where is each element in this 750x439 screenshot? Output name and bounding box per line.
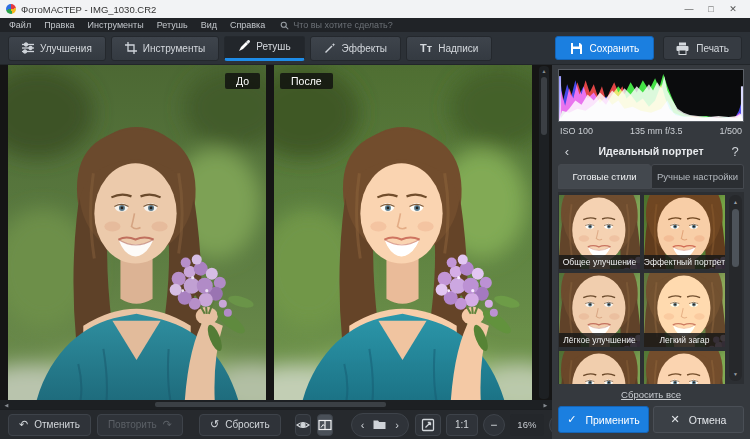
horizontal-scroll-track[interactable]: [13, 402, 539, 407]
preset-scrollbar[interactable]: ▲ ▼: [729, 195, 742, 381]
scroll-up-icon[interactable]: ▲: [733, 197, 738, 207]
split-compare-icon: [318, 418, 332, 432]
magic-wand-icon: [324, 42, 336, 54]
preset-row3-left[interactable]: [559, 351, 640, 384]
photo-canvas: До После ▲: [0, 65, 552, 400]
sliders-icon: [22, 42, 34, 54]
canvas-horizontal-scrollbar[interactable]: ◀ ▶: [0, 400, 552, 409]
search-box[interactable]: Что вы хотите сделать?: [280, 20, 393, 30]
preset-list: Общее улучшение Эффектный портрет: [558, 192, 744, 384]
zoom-controls: 1:1 − 16% +: [415, 414, 571, 436]
ratio-label: 1:1: [455, 419, 469, 430]
tab-label: Ретушь: [256, 41, 290, 52]
tab-retouch[interactable]: Ретушь: [224, 36, 304, 61]
tab-manual-settings[interactable]: Ручные настройки: [651, 164, 744, 189]
cross-icon: ✕: [671, 413, 680, 426]
minimize-button[interactable]: —: [678, 4, 700, 14]
preset-scroll-thumb[interactable]: [732, 209, 739, 267]
before-image: [8, 65, 266, 400]
vertical-scroll-thumb[interactable]: [541, 77, 547, 135]
folder-icon[interactable]: [373, 418, 386, 431]
menu-item-retouch[interactable]: Ретушь: [157, 20, 188, 30]
tab-captions[interactable]: Tт Надписи: [406, 36, 492, 61]
title-bar: ФотоМАСТЕР - IMG_1030.CR2 — □ ✕: [0, 0, 750, 18]
photo-before[interactable]: До: [8, 65, 266, 400]
scroll-left-icon[interactable]: ◀: [2, 402, 11, 408]
preset-light-tan[interactable]: Легкий загар: [644, 273, 725, 347]
cancel-button[interactable]: ✕ Отмена: [653, 406, 744, 433]
zoom-out-button[interactable]: −: [483, 414, 505, 436]
menu-item-view[interactable]: Вид: [201, 20, 217, 30]
fit-screen-button[interactable]: [415, 414, 441, 436]
undo-button[interactable]: ↶ Отменить: [8, 414, 91, 436]
preset-row3-right[interactable]: [644, 351, 725, 384]
undo-icon: ↶: [19, 419, 28, 430]
preset-grid: Общее улучшение Эффектный портрет: [559, 195, 725, 384]
tab-tools[interactable]: Инструменты: [111, 36, 219, 61]
exif-focal: 135 mm f/3.5: [630, 126, 683, 136]
help-button[interactable]: ?: [726, 144, 744, 159]
menu-item-help[interactable]: Справка: [230, 20, 265, 30]
bottom-bar: ↶ Отменить Повторить ↷ ↺ Сбросить: [0, 409, 552, 439]
photo-after[interactable]: После: [274, 65, 532, 400]
preset-general-enhancement[interactable]: Общее улучшение: [559, 195, 640, 269]
maximize-button[interactable]: □: [700, 4, 722, 14]
crop-icon: [125, 42, 137, 54]
back-chevron-button[interactable]: ‹: [558, 144, 576, 159]
redo-button[interactable]: Повторить ↷: [97, 414, 183, 436]
preset-thumbnail: [559, 351, 640, 384]
scroll-down-icon[interactable]: ▼: [733, 369, 738, 379]
show-original-button[interactable]: [295, 414, 311, 436]
preset-effect-portrait[interactable]: Эффектный портрет: [644, 195, 725, 269]
exif-iso: ISO 100: [560, 126, 593, 136]
after-badge: После: [280, 73, 333, 89]
compare-view-button[interactable]: [317, 414, 333, 436]
close-button[interactable]: ✕: [722, 4, 744, 14]
histogram: [558, 69, 744, 122]
tab-effects[interactable]: Эффекты: [310, 36, 401, 61]
file-navigator: ‹ ›: [351, 413, 409, 437]
scroll-right-icon[interactable]: ▶: [541, 402, 550, 408]
actual-size-button[interactable]: 1:1: [446, 414, 478, 436]
before-badge: До: [225, 73, 260, 89]
print-button[interactable]: Печать: [663, 36, 742, 60]
apply-button[interactable]: ✓ Применить: [558, 406, 649, 433]
floppy-icon: [570, 42, 583, 55]
menu-bar: Файл Правка Инструменты Ретушь Вид Справ…: [0, 18, 750, 32]
search-placeholder: Что вы хотите сделать?: [293, 20, 393, 30]
next-photo-button[interactable]: ›: [395, 419, 399, 431]
preset-label: Общее улучшение: [559, 255, 640, 269]
reset-all-link[interactable]: Сбросить все: [558, 384, 744, 406]
undo-label: Отменить: [34, 419, 80, 430]
save-button[interactable]: Сохранить: [555, 36, 655, 60]
canvas-column: До После ▲: [0, 65, 552, 439]
horizontal-scroll-thumb[interactable]: [155, 402, 386, 407]
menu-item-edit[interactable]: Правка: [44, 20, 74, 30]
tab-ready-styles[interactable]: Готовые стили: [558, 164, 651, 189]
main-area: До После ▲: [0, 65, 750, 439]
minus-icon: −: [490, 418, 497, 432]
preset-label: Легкий загар: [644, 333, 725, 347]
redo-label: Повторить: [108, 419, 157, 430]
menu-item-tools[interactable]: Инструменты: [88, 20, 144, 30]
text-icon: Tт: [420, 42, 432, 54]
scroll-up-icon[interactable]: ▲: [542, 67, 547, 76]
reset-button[interactable]: ↺ Сбросить: [199, 414, 281, 436]
zoom-level: 16%: [510, 414, 544, 436]
print-label: Печать: [696, 43, 729, 54]
tab-enhancements[interactable]: Улучшения: [8, 36, 106, 61]
brush-icon: [238, 40, 250, 52]
toolbar: Улучшения Инструменты Ретушь Эффекты Tт …: [0, 32, 750, 65]
panel-title: Идеальный портрет: [576, 145, 726, 157]
canvas-vertical-scrollbar[interactable]: ▲: [539, 66, 549, 399]
prev-photo-button[interactable]: ‹: [361, 419, 365, 431]
preset-label: Лёгкое улучшение: [559, 333, 640, 347]
app-window: ФотоМАСТЕР - IMG_1030.CR2 — □ ✕ Файл Пра…: [0, 0, 750, 439]
menu-item-file[interactable]: Файл: [9, 20, 31, 30]
panel-header: ‹ Идеальный портрет ?: [558, 141, 744, 161]
reset-label: Сбросить: [225, 419, 269, 430]
printer-icon: [676, 42, 689, 55]
preset-label: Эффектный портрет: [644, 255, 725, 269]
fit-screen-icon: [421, 418, 435, 432]
preset-light-enhancement[interactable]: Лёгкое улучшение: [559, 273, 640, 347]
